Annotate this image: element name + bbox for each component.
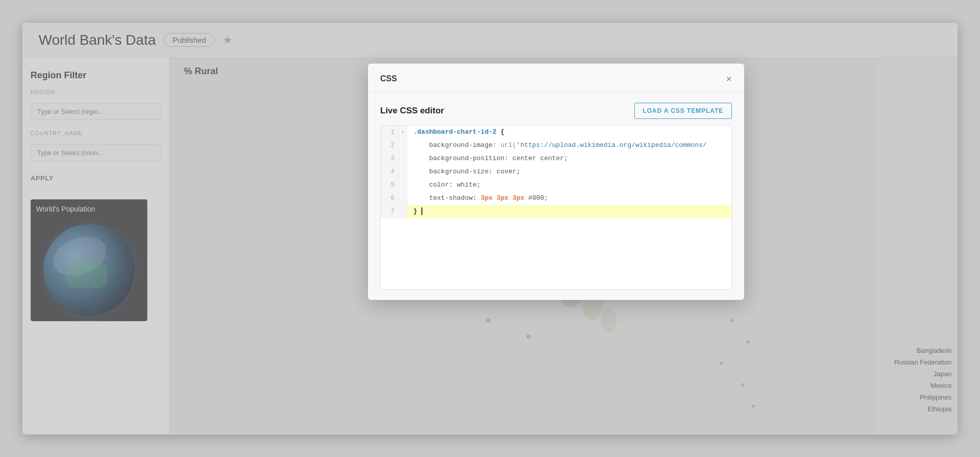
modal-title: CSS: [380, 74, 397, 83]
code-empty-space: [381, 218, 731, 289]
code-line-1: 1 ▾ .dashboard-chart-id-2 {: [381, 126, 731, 139]
load-template-button[interactable]: LOAD A CSS TEMPLATE: [634, 103, 732, 119]
line-arrow-7: [399, 205, 407, 218]
code-line-4: 4 background-size: cover;: [381, 165, 731, 178]
css-editor-modal: CSS × Live CSS editor LOAD A CSS TEMPLAT…: [368, 64, 744, 300]
line-number-5: 5: [381, 178, 399, 192]
code-line-7: 7 }: [381, 205, 731, 218]
line-arrow-2: [399, 139, 407, 152]
line-arrow-3: [399, 152, 407, 165]
line-content-7: }: [407, 205, 731, 218]
modal-body: Live CSS editor LOAD A CSS TEMPLATE 1 ▾ …: [368, 93, 744, 300]
line-number-7: 7: [381, 205, 399, 218]
code-line-6: 6 text-shadow: 3px 3px 3px #000;: [381, 192, 731, 205]
line-content-6: text-shadow: 3px 3px 3px #000;: [407, 192, 731, 205]
close-button[interactable]: ×: [726, 74, 732, 84]
line-content-2: background-image: url('https://upload.wi…: [407, 139, 731, 152]
editor-label: Live CSS editor: [380, 106, 444, 116]
line-number-4: 4: [381, 165, 399, 178]
line-content-1: .dashboard-chart-id-2 {: [407, 126, 731, 139]
code-editor[interactable]: 1 ▾ .dashboard-chart-id-2 { 2 background…: [380, 125, 732, 290]
editor-toolbar: Live CSS editor LOAD A CSS TEMPLATE: [380, 103, 732, 119]
line-content-3: background-position: center center;: [407, 152, 731, 165]
line-number-6: 6: [381, 192, 399, 205]
line-arrow-5: [399, 178, 407, 192]
line-arrow-4: [399, 165, 407, 178]
line-number-2: 2: [381, 139, 399, 152]
line-number-1: 1: [381, 126, 399, 139]
line-arrow-1: ▾: [399, 126, 407, 139]
code-line-2: 2 background-image: url('https://upload.…: [381, 139, 731, 152]
line-content-5: color: white;: [407, 178, 731, 192]
modal-header: CSS ×: [368, 64, 744, 93]
main-window: World Bank's Data Published ★ Region Fil…: [22, 23, 958, 435]
line-content-4: background-size: cover;: [407, 165, 731, 178]
line-number-3: 3: [381, 152, 399, 165]
code-line-5: 5 color: white;: [381, 178, 731, 192]
code-line-3: 3 background-position: center center;: [381, 152, 731, 165]
line-arrow-6: [399, 192, 407, 205]
